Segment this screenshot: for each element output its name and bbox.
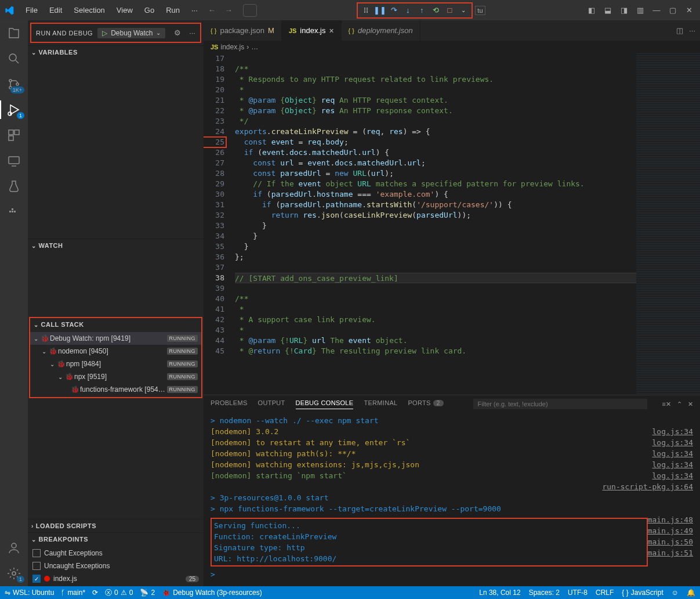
debug-status[interactable]: 🐞Debug Watch (3p-resources) xyxy=(162,589,262,597)
checkbox-icon[interactable] xyxy=(32,562,41,570)
source-link[interactable]: log.js:34 xyxy=(652,448,693,459)
layout-left-icon[interactable]: ◧ xyxy=(585,4,598,17)
source-link[interactable]: run-script-pkg.js:64 xyxy=(602,481,693,492)
callstack-item[interactable]: 🐞functions-framework [954…RUNNING xyxy=(30,383,201,396)
layout-custom-icon[interactable]: ▥ xyxy=(634,4,647,17)
menu-edit[interactable]: Edit xyxy=(45,3,67,17)
step-into-icon[interactable]: ↓ xyxy=(402,5,414,16)
source-link[interactable]: log.js:34 xyxy=(652,459,693,470)
source-link[interactable]: log.js:34 xyxy=(652,470,693,481)
explorer-icon[interactable] xyxy=(6,25,22,41)
tab-index.js[interactable]: JSindex.js× xyxy=(282,20,342,41)
more-icon[interactable]: ··· xyxy=(189,28,195,37)
split-editor-icon[interactable]: ◫ xyxy=(676,26,683,35)
source-link[interactable]: main.js:51 xyxy=(648,547,693,558)
indentation[interactable]: Spaces: 2 xyxy=(529,589,560,597)
feedback-icon[interactable]: ☺ xyxy=(672,589,679,597)
source-link[interactable]: main.js:49 xyxy=(648,525,693,536)
tab-deployment.json[interactable]: { }deployment.json xyxy=(342,20,420,41)
checkbox-checked-icon[interactable]: ✓ xyxy=(32,575,41,583)
remote-explorer-icon[interactable] xyxy=(6,153,22,169)
scm-badge: 1K+ xyxy=(10,86,24,93)
run-debug-icon[interactable]: 1 xyxy=(6,102,22,118)
clear-console-icon[interactable]: ≡✕ xyxy=(662,400,671,408)
breadcrumb-item[interactable]: … xyxy=(251,43,258,51)
watch-header[interactable]: ⌄WATCH xyxy=(28,239,204,252)
collapse-icon[interactable]: ⌃ xyxy=(677,400,682,408)
docker-icon[interactable] xyxy=(6,204,22,220)
menu-run[interactable]: Run xyxy=(161,3,184,17)
source-link[interactable]: log.js:34 xyxy=(652,437,693,448)
tab-debug-console[interactable]: DEBUG CONSOLE xyxy=(296,399,354,409)
breakpoints-header[interactable]: ⌄BREAKPOINTS xyxy=(28,533,204,546)
callstack-item[interactable]: ⌄🐞Debug Watch: npm [9419]RUNNING xyxy=(30,332,201,345)
tab-terminal[interactable]: TERMINAL xyxy=(364,399,397,409)
debug-console[interactable]: > nodemon --watch ./ --exec npm start[no… xyxy=(204,413,700,586)
maximize-icon[interactable]: ▢ xyxy=(666,4,679,17)
encoding[interactable]: UTF-8 xyxy=(568,589,587,597)
restart-icon[interactable]: ⟲ xyxy=(430,5,441,16)
tab-more-icon[interactable]: ··· xyxy=(689,26,695,35)
notifications-icon[interactable]: 🔔 xyxy=(687,589,695,597)
tab-ports[interactable]: PORTS2 xyxy=(408,399,443,409)
source-link[interactable]: log.js:34 xyxy=(652,426,693,437)
ports-indicator[interactable]: 📡2 xyxy=(140,589,155,597)
svg-point-14 xyxy=(12,572,16,575)
step-out-icon[interactable]: ↑ xyxy=(416,5,427,16)
minimize-icon[interactable]: — xyxy=(650,4,663,17)
minimap[interactable] xyxy=(636,53,700,395)
breakpoint-file[interactable]: ✓index.js25 xyxy=(28,572,204,585)
sync-icon[interactable]: ⟳ xyxy=(92,589,98,597)
menu-view[interactable]: View xyxy=(112,3,137,17)
close-tab-icon[interactable]: × xyxy=(329,26,333,35)
callstack-item[interactable]: ⌄🐞npx [9519]RUNNING xyxy=(30,370,201,383)
menu-more[interactable]: ··· xyxy=(187,3,202,17)
search-view-icon[interactable] xyxy=(6,50,22,67)
language-mode[interactable]: { } JavaScript xyxy=(622,589,663,597)
nav-back-icon[interactable]: ← xyxy=(205,5,219,16)
layout-bottom-icon[interactable]: ⬓ xyxy=(601,4,614,17)
extensions-icon[interactable] xyxy=(6,127,22,143)
problems-indicator[interactable]: ⓧ 0 ⚠ 0 xyxy=(105,588,133,598)
nav-forward-icon[interactable]: → xyxy=(222,5,236,16)
menu-go[interactable]: Go xyxy=(140,3,159,17)
pause-icon[interactable]: ❚❚ xyxy=(374,5,386,16)
gear-icon[interactable]: ⚙ xyxy=(174,28,181,37)
layout-right-icon[interactable]: ◨ xyxy=(618,4,630,17)
scm-icon[interactable]: 1K+ xyxy=(6,76,22,92)
menu-selection[interactable]: Selection xyxy=(69,3,109,17)
checkbox-icon[interactable] xyxy=(32,549,41,557)
callstack-item[interactable]: ⌄🐞npm [9484]RUNNING xyxy=(30,358,201,370)
console-filter-input[interactable] xyxy=(473,399,647,409)
remote-indicator[interactable]: ⇋WSL: Ubuntu xyxy=(5,589,54,597)
accounts-icon[interactable] xyxy=(6,540,22,556)
launch-config-dropdown[interactable]: ▷ Debug Watch ⌄ xyxy=(97,28,165,38)
menu-file[interactable]: File xyxy=(21,3,42,17)
source-link[interactable]: main.js:48 xyxy=(648,514,693,525)
tab-output[interactable]: OUTPUT xyxy=(258,399,285,409)
source-link[interactable]: main.js:50 xyxy=(648,536,693,547)
git-branch[interactable]: ᚶmain* xyxy=(61,589,85,597)
settings-icon[interactable]: 1 xyxy=(6,565,22,582)
callstack-header[interactable]: ⌄CALL STACK xyxy=(30,318,201,331)
close-panel-icon[interactable]: ✕ xyxy=(688,400,693,408)
tab-problems[interactable]: PROBLEMS xyxy=(211,399,248,409)
command-center[interactable] xyxy=(243,4,257,17)
tab-package.json[interactable]: { }package.json M xyxy=(204,20,282,41)
cursor-position[interactable]: Ln 38, Col 12 xyxy=(479,589,520,597)
breakpoint-caught[interactable]: Caught Exceptions xyxy=(28,547,204,560)
step-over-icon[interactable]: ↷ xyxy=(388,5,400,16)
breadcrumb-item[interactable]: index.js xyxy=(220,43,244,51)
testing-icon[interactable] xyxy=(6,178,22,194)
code-editor[interactable]: 1718192021222324252627282930313233343536… xyxy=(204,53,700,395)
close-icon[interactable]: ✕ xyxy=(683,4,695,17)
variables-header[interactable]: ⌄VARIABLES xyxy=(28,46,204,59)
eol[interactable]: CRLF xyxy=(596,589,614,597)
breakpoint-uncaught[interactable]: Uncaught Exceptions xyxy=(28,560,204,572)
callstack-item[interactable]: ⌄🐞nodemon [9450]RUNNING xyxy=(30,345,201,358)
stop-icon[interactable]: □ xyxy=(444,5,455,16)
loaded-scripts-header[interactable]: ›LOADED SCRIPTS xyxy=(28,519,204,532)
drag-handle-icon[interactable]: ⁞⁞ xyxy=(360,5,372,16)
breadcrumb[interactable]: JS index.js › … xyxy=(204,41,700,53)
debug-dropdown-icon[interactable]: ⌄ xyxy=(458,5,469,16)
